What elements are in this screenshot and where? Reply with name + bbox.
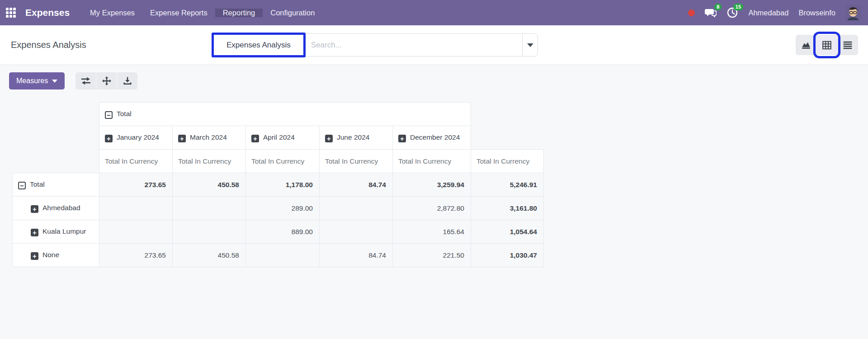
activities-badge: 15 bbox=[733, 4, 744, 10]
column-header-march-2024[interactable]: +March 2024 bbox=[173, 126, 246, 150]
row-header-total[interactable]: −Total bbox=[13, 173, 99, 197]
expand-all-button[interactable] bbox=[96, 72, 117, 89]
search-bar[interactable]: Expenses Analysis bbox=[212, 33, 538, 56]
cell-total-march[interactable]: 450.58 bbox=[173, 173, 246, 197]
view-button-graph[interactable] bbox=[796, 35, 816, 55]
measure-header[interactable]: Total In Currency bbox=[246, 150, 320, 173]
expand-icon[interactable]: + bbox=[251, 135, 259, 142]
flip-axis-button[interactable] bbox=[75, 72, 96, 89]
cell-total-april[interactable]: 1,178.00 bbox=[246, 173, 320, 197]
cell-none-april[interactable] bbox=[246, 244, 320, 267]
table-row-kuala-lumpur: +Kuala Lumpur 889.00 165.64 1,054.64 bbox=[13, 220, 544, 244]
search-input[interactable] bbox=[306, 34, 522, 56]
cell-ahmedabad-january[interactable] bbox=[99, 197, 173, 220]
navbar-left: Expenses My Expenses Expense Reports Rep… bbox=[0, 0, 322, 25]
user-menu[interactable]: Browseinfo bbox=[798, 9, 835, 17]
pivot-toolbar: Measures bbox=[9, 72, 868, 89]
expand-icon[interactable]: + bbox=[178, 135, 186, 142]
menu-item-reporting[interactable]: Reporting bbox=[215, 9, 263, 17]
pivot-corner-cell bbox=[471, 103, 544, 126]
pivot-tool-group bbox=[75, 72, 137, 89]
list-icon bbox=[843, 41, 853, 50]
pivot-table: −Total +January 2024 +March 2024 +April … bbox=[12, 102, 544, 267]
breadcrumb-title: Expenses Analysis bbox=[0, 40, 212, 50]
measures-button[interactable]: Measures bbox=[9, 72, 65, 89]
cell-ahmedabad-march[interactable] bbox=[173, 197, 246, 220]
view-button-list[interactable] bbox=[837, 35, 858, 55]
activities-button[interactable]: 15 bbox=[726, 7, 738, 19]
cell-total-december[interactable]: 3,259.94 bbox=[393, 173, 471, 197]
caret-down-icon bbox=[52, 80, 57, 83]
cell-kuala-lumpur-january[interactable] bbox=[99, 220, 173, 244]
user-avatar[interactable] bbox=[845, 5, 861, 20]
cell-none-june[interactable]: 84.74 bbox=[320, 244, 393, 267]
apps-menu-button[interactable] bbox=[0, 0, 22, 25]
pivot-corner-cell bbox=[13, 126, 99, 150]
download-icon bbox=[123, 76, 132, 85]
expand-icon[interactable]: + bbox=[31, 252, 38, 260]
column-header-january-2024[interactable]: +January 2024 bbox=[99, 126, 173, 150]
measure-header[interactable]: Total In Currency bbox=[99, 150, 173, 173]
column-header-june-2024[interactable]: +June 2024 bbox=[320, 126, 393, 150]
cell-ahmedabad-april[interactable]: 289.00 bbox=[246, 197, 320, 220]
main-menu: My Expenses Expense Reports Reporting Co… bbox=[82, 9, 322, 17]
row-header-ahmedabad[interactable]: +Ahmedabad bbox=[13, 197, 99, 220]
recording-indicator-icon bbox=[688, 9, 695, 16]
cell-total-total[interactable]: 5,246.91 bbox=[471, 173, 544, 197]
cell-none-total[interactable]: 1,030.47 bbox=[471, 244, 544, 267]
cell-kuala-lumpur-december[interactable]: 165.64 bbox=[393, 220, 471, 244]
column-group-header-total[interactable]: −Total bbox=[99, 103, 471, 126]
company-switcher[interactable]: Ahmedabad bbox=[748, 9, 788, 17]
collapse-icon[interactable]: − bbox=[105, 111, 113, 119]
view-switcher bbox=[796, 35, 858, 55]
navbar-right: 8 15 Ahmedabad Browseinfo bbox=[688, 0, 868, 25]
pivot-corner-cell bbox=[13, 103, 99, 126]
cell-none-march[interactable]: 450.58 bbox=[173, 244, 246, 267]
apps-grid-icon bbox=[6, 8, 16, 18]
view-button-pivot[interactable] bbox=[816, 35, 837, 55]
cell-total-june[interactable]: 84.74 bbox=[320, 173, 393, 197]
cell-none-december[interactable]: 221.50 bbox=[393, 244, 471, 267]
cell-total-january[interactable]: 273.65 bbox=[99, 173, 173, 197]
measure-header[interactable]: Total In Currency bbox=[173, 150, 246, 173]
highlighted-search-facet[interactable]: Expenses Analysis bbox=[212, 33, 306, 57]
expand-icon[interactable]: + bbox=[105, 135, 113, 142]
expand-icon[interactable]: + bbox=[31, 229, 38, 236]
column-header-april-2024[interactable]: +April 2024 bbox=[246, 126, 320, 150]
area-chart-icon bbox=[801, 41, 811, 50]
collapse-icon[interactable]: − bbox=[18, 182, 26, 189]
expand-icon[interactable]: + bbox=[31, 205, 38, 213]
table-row-total: −Total 273.65 450.58 1,178.00 84.74 3,25… bbox=[13, 173, 544, 197]
table-row-none: +None 273.65 450.58 84.74 221.50 1,030.4… bbox=[13, 244, 544, 267]
cell-kuala-lumpur-total[interactable]: 1,054.64 bbox=[471, 220, 544, 244]
menu-item-expense-reports[interactable]: Expense Reports bbox=[142, 9, 215, 17]
row-header-kuala-lumpur[interactable]: +Kuala Lumpur bbox=[13, 220, 99, 244]
cell-ahmedabad-june[interactable] bbox=[320, 197, 393, 220]
measure-header[interactable]: Total In Currency bbox=[320, 150, 393, 173]
expand-icon[interactable]: + bbox=[398, 135, 406, 142]
menu-item-my-expenses[interactable]: My Expenses bbox=[82, 9, 142, 17]
app-brand[interactable]: Expenses bbox=[22, 7, 82, 18]
messages-badge: 8 bbox=[714, 4, 722, 10]
cell-kuala-lumpur-june[interactable] bbox=[320, 220, 393, 244]
top-navbar: Expenses My Expenses Expense Reports Rep… bbox=[0, 0, 868, 25]
pivot-view: −Total +January 2024 +March 2024 +April … bbox=[12, 102, 868, 267]
measure-header[interactable]: Total In Currency bbox=[393, 150, 471, 173]
messages-button[interactable]: 8 bbox=[705, 7, 717, 19]
measure-header[interactable]: Total In Currency bbox=[471, 150, 544, 173]
column-header-december-2024[interactable]: +December 2024 bbox=[393, 126, 471, 150]
cell-ahmedabad-total[interactable]: 3,161.80 bbox=[471, 197, 544, 220]
cell-none-january[interactable]: 273.65 bbox=[99, 244, 173, 267]
pivot-corner-cell bbox=[13, 150, 99, 173]
cell-kuala-lumpur-april[interactable]: 889.00 bbox=[246, 220, 320, 244]
download-button[interactable] bbox=[117, 72, 137, 89]
row-header-none[interactable]: +None bbox=[13, 244, 99, 267]
menu-item-configuration[interactable]: Configuration bbox=[263, 9, 322, 17]
control-panel: Expenses Analysis Expenses Analysis bbox=[0, 25, 868, 65]
expand-icon[interactable]: + bbox=[325, 135, 333, 142]
expand-all-icon bbox=[102, 76, 111, 85]
cell-ahmedabad-december[interactable]: 2,872.80 bbox=[393, 197, 471, 220]
search-dropdown-toggle[interactable] bbox=[522, 34, 538, 56]
cell-kuala-lumpur-march[interactable] bbox=[173, 220, 246, 244]
measures-label: Measures bbox=[16, 77, 48, 85]
